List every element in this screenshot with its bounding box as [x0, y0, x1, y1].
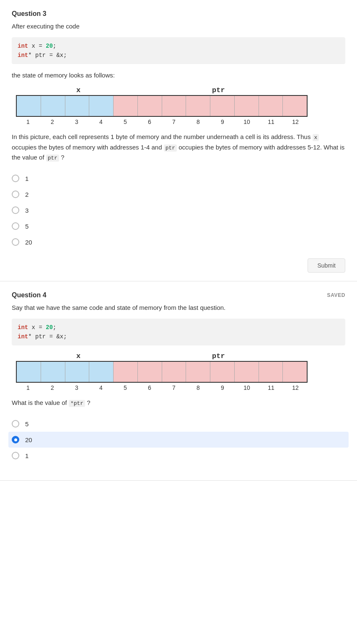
- code-line-2: int* ptr = &x;: [18, 51, 339, 60]
- question-4-code: int x = 20; int* ptr = &x;: [12, 319, 345, 346]
- q3-cell-1: [17, 96, 41, 116]
- option-label-q3-3: 3: [25, 207, 28, 214]
- saved-badge-q4: SAVED: [327, 292, 345, 298]
- inline-starptr: *ptr: [69, 400, 85, 407]
- q3-cell-9: [210, 96, 235, 116]
- option-label-q4-1: 1: [25, 452, 28, 459]
- question-3-header: Question 3: [12, 10, 345, 18]
- option-q4-5[interactable]: 5: [12, 416, 345, 432]
- q3-memory-numbers: 1 2 3 4 5 6 7 8 9 10 11 12: [16, 118, 308, 125]
- q3-cell-3: [65, 96, 90, 116]
- q4-cell-11: [259, 362, 283, 382]
- q4-memory-numbers: 1 2 3 4 5 6 7 8 9 10 11 12: [16, 384, 308, 391]
- q3-cell-10: [235, 96, 259, 116]
- question-3-submit-row: Submit: [12, 258, 345, 273]
- option-label-q3-5: 5: [25, 223, 28, 230]
- option-label-q3-2: 2: [25, 191, 28, 198]
- option-q3-2[interactable]: 2: [12, 186, 345, 202]
- q3-x-label: x: [66, 86, 91, 94]
- code-int-1: int: [18, 43, 28, 49]
- code-int-q4-1: int: [18, 324, 28, 331]
- q4-cell-5: [114, 362, 138, 382]
- q4-cell-6: [138, 362, 162, 382]
- radio-q3-5[interactable]: [12, 222, 19, 230]
- q3-cell-7: [162, 96, 186, 116]
- q4-cell-3: [65, 362, 90, 382]
- code-line-1: int x = 20;: [18, 41, 339, 51]
- option-q3-20[interactable]: 20: [12, 234, 345, 250]
- option-q3-1[interactable]: 1: [12, 170, 345, 186]
- q4-x-label: x: [66, 352, 91, 360]
- question-3-desc: After executing the code: [12, 22, 345, 31]
- q3-cell-8: [186, 96, 210, 116]
- radio-q3-2[interactable]: [12, 191, 19, 198]
- q3-cell-5: [114, 96, 138, 116]
- q3-cell-11: [259, 96, 283, 116]
- code-int-q4-2: int: [18, 333, 28, 340]
- option-q4-20[interactable]: 20: [8, 432, 349, 448]
- inline-ptr-1: ptr: [164, 144, 177, 152]
- question-3-body: In this picture, each cell represents 1 …: [12, 132, 345, 163]
- q4-ptr-label: ptr: [212, 352, 225, 360]
- question-4-block: Question 4 SAVED Say that we have the sa…: [0, 281, 357, 481]
- code-line-q4-1: int x = 20;: [18, 323, 339, 332]
- q4-cell-2: [41, 362, 65, 382]
- question-4-options: 5 20 1: [12, 416, 345, 464]
- q3-ptr-label: ptr: [212, 86, 225, 94]
- q3-cell-4: [89, 96, 114, 116]
- q3-cell-12: [283, 96, 307, 116]
- question-4-body: What is the value of *ptr ?: [12, 398, 345, 408]
- question-3-after-code: the state of memory looks as follows:: [12, 71, 345, 80]
- radio-q3-1[interactable]: [12, 175, 19, 182]
- q4-cell-1: [17, 362, 41, 382]
- radio-q4-1[interactable]: [12, 452, 19, 459]
- question-4-desc: Say that we have the same code and state…: [12, 303, 345, 313]
- q3-cell-2: [41, 96, 65, 116]
- q3-cell-6: [138, 96, 162, 116]
- question-3-options: 1 2 3 5 20: [12, 170, 345, 250]
- q4-cell-12: [283, 362, 307, 382]
- radio-q4-20[interactable]: [12, 436, 19, 443]
- question-4-title: Question 4: [12, 291, 47, 299]
- question-3-diagram: x ptr 1 2 3 4: [12, 86, 345, 125]
- submit-button-q3[interactable]: Submit: [308, 258, 345, 273]
- radio-q4-5[interactable]: [12, 420, 19, 428]
- question-3-block: Question 3 After executing the code int …: [0, 0, 357, 281]
- radio-q3-3[interactable]: [12, 206, 19, 214]
- inline-ptr-2: ptr: [46, 155, 59, 162]
- q4-memory-cells: [16, 361, 308, 383]
- question-4-header: Question 4 SAVED: [12, 291, 345, 299]
- option-label-q4-5: 5: [25, 420, 28, 428]
- code-line-q4-2: int* ptr = &x;: [18, 332, 339, 341]
- radio-q3-20[interactable]: [12, 238, 19, 246]
- q4-cell-9: [210, 362, 235, 382]
- q4-cell-10: [235, 362, 259, 382]
- option-q4-1[interactable]: 1: [12, 448, 345, 464]
- inline-x-1: x: [313, 134, 319, 141]
- question-4-diagram: x ptr 1 2 3 4: [12, 352, 345, 391]
- question-3-code: int x = 20; int* ptr = &x;: [12, 37, 345, 64]
- option-q3-3[interactable]: 3: [12, 202, 345, 218]
- option-q3-5[interactable]: 5: [12, 218, 345, 234]
- q4-cell-4: [89, 362, 114, 382]
- code-int-2: int: [18, 52, 28, 59]
- option-label-q3-1: 1: [25, 175, 28, 182]
- q3-memory-cells: [16, 95, 308, 117]
- question-3-title: Question 3: [12, 10, 47, 18]
- option-label-q3-20: 20: [25, 239, 32, 246]
- q4-cell-7: [162, 362, 186, 382]
- option-label-q4-20: 20: [25, 436, 32, 443]
- q4-cell-8: [186, 362, 210, 382]
